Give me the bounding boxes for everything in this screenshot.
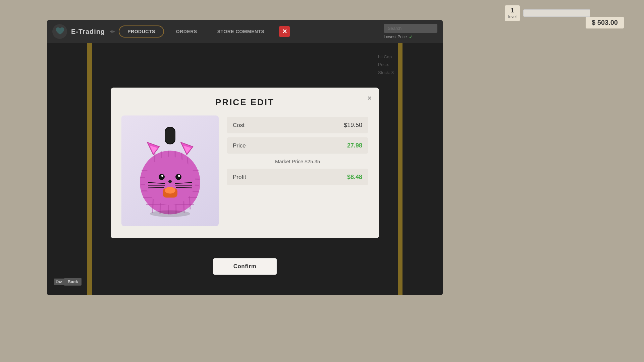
price-edit-modal: PRICE EDIT × [111, 88, 379, 238]
level-label: level [508, 14, 517, 19]
svg-point-21 [161, 175, 163, 177]
money-display: $ 503.00 [586, 17, 624, 28]
app-title: E-Trading [71, 28, 105, 36]
tab-products[interactable]: PRODUCTS [119, 25, 164, 38]
level-badge: 1 level [505, 5, 520, 21]
search-input[interactable] [384, 24, 437, 33]
app-logo [52, 24, 67, 39]
market-price-row: Market Price $25.35 [227, 158, 368, 165]
sort-check-icon: ✓ [409, 34, 413, 40]
hud-area: 1 level [505, 5, 590, 21]
modal-close-button[interactable]: × [367, 94, 372, 103]
svg-point-31 [165, 187, 175, 194]
esc-back-area[interactable]: Esc Back [54, 278, 82, 286]
modal-title: PRICE EDIT [121, 97, 368, 108]
cost-value: $19.50 [344, 122, 362, 129]
svg-line-28 [176, 188, 192, 188]
profit-label: Profit [233, 174, 246, 180]
svg-point-32 [150, 210, 190, 217]
app-topbar: E-Trading ✏ PRODUCTS ORDERS STORE COMMEN… [47, 20, 443, 43]
product-image-box [121, 116, 219, 226]
edit-icon[interactable]: ✏ [110, 28, 115, 35]
svg-point-29 [168, 180, 172, 183]
cost-row: Cost $19.50 [227, 117, 368, 133]
price-row: Price [227, 137, 368, 154]
level-number: 1 [508, 7, 517, 14]
svg-point-19 [159, 174, 165, 180]
search-area: Lowest Price ✓ [384, 24, 437, 40]
price-label: Price [233, 142, 246, 149]
heart-icon [55, 26, 64, 37]
tab-store-comments[interactable]: STORE COMMENTS [209, 26, 273, 37]
sort-row: Lowest Price ✓ [384, 34, 437, 40]
esc-key-label: Esc [54, 279, 64, 285]
app-content: bit Cap Price: - Stock: 3 PRICE EDIT × [47, 43, 443, 295]
modal-fields: Cost $19.50 Price Market Price $25.35 Pr… [227, 116, 368, 226]
svg-point-22 [178, 175, 180, 177]
cost-label: Cost [233, 122, 245, 128]
profit-row: Profit $8.48 [227, 169, 368, 185]
screen-frame: E-Trading ✏ PRODUCTS ORDERS STORE COMMEN… [47, 20, 443, 295]
svg-rect-0 [165, 127, 175, 144]
profit-value: $8.48 [347, 174, 362, 181]
tab-orders[interactable]: ORDERS [168, 26, 205, 37]
modal-body: Cost $19.50 Price Market Price $25.35 Pr… [121, 116, 368, 226]
market-price-text: Market Price $25.35 [275, 159, 320, 164]
svg-line-25 [148, 188, 164, 188]
sort-label: Lowest Price [384, 35, 407, 39]
back-label: Back [64, 278, 82, 286]
confirm-button[interactable]: Confirm [213, 258, 277, 275]
close-window-button[interactable]: ✕ [279, 26, 290, 37]
svg-point-20 [175, 174, 181, 180]
price-input[interactable] [322, 142, 362, 149]
xp-bar [523, 9, 590, 17]
